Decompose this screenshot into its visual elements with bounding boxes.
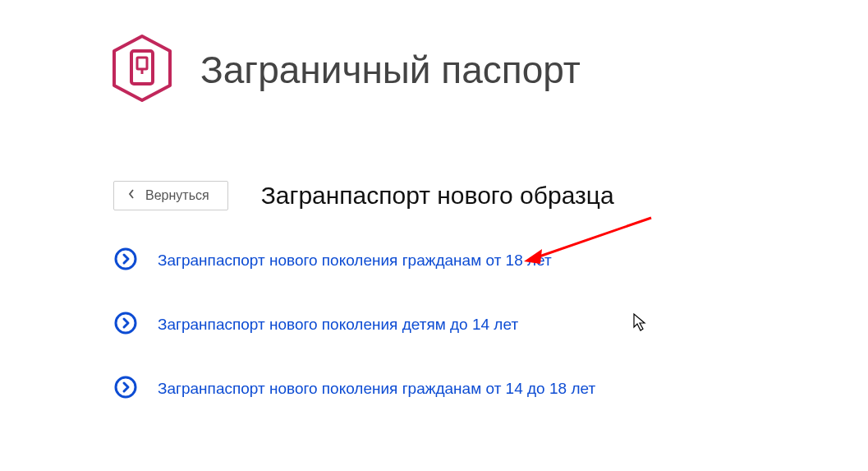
option-under-14[interactable]: Загранпаспорт нового поколения детям до … (113, 311, 868, 339)
circle-chevron-right-icon (113, 375, 138, 403)
option-label: Загранпаспорт нового поколения гражданам… (158, 380, 595, 398)
svg-point-5 (116, 313, 135, 333)
option-over-18[interactable]: Загранпаспорт нового поколения гражданам… (113, 247, 868, 275)
circle-chevron-right-icon (113, 311, 138, 339)
sub-row: Вернуться Загранпаспорт нового образца (0, 107, 868, 210)
options-list: Загранпаспорт нового поколения гражданам… (0, 210, 868, 403)
sub-title: Загранпаспорт нового образца (261, 182, 614, 210)
option-label: Загранпаспорт нового поколения гражданам… (158, 252, 552, 270)
page-title: Заграничный паспорт (200, 48, 581, 92)
svg-rect-2 (137, 58, 147, 69)
svg-point-4 (116, 249, 135, 269)
passport-icon (107, 33, 177, 107)
svg-rect-1 (131, 51, 153, 84)
option-14-to-18[interactable]: Загранпаспорт нового поколения гражданам… (113, 375, 868, 403)
back-button[interactable]: Вернуться (113, 181, 228, 210)
page-header: Заграничный паспорт (0, 0, 868, 107)
back-button-label: Вернуться (145, 188, 209, 203)
svg-point-6 (116, 377, 135, 397)
circle-chevron-right-icon (113, 247, 138, 275)
chevron-left-icon (127, 188, 135, 203)
option-label: Загранпаспорт нового поколения детям до … (158, 316, 518, 334)
